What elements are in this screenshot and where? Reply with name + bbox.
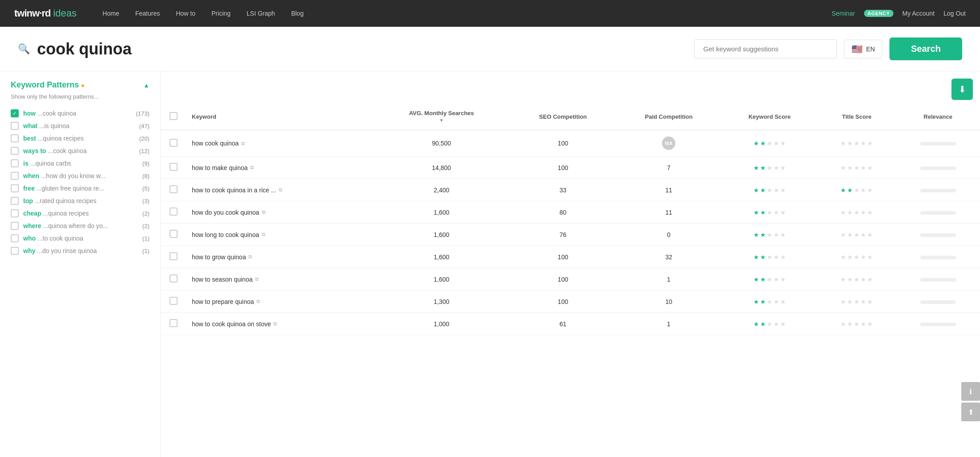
pattern-item[interactable]: free ...gluten free quinoa re...(5) [11,182,149,195]
row-checkbox[interactable] [170,319,178,327]
nav-logout[interactable]: Log Out [943,10,966,17]
star-empty: ★ [860,253,866,261]
relevance-cell [896,224,980,246]
pattern-checkbox[interactable] [11,172,19,180]
pattern-checkbox[interactable] [11,209,19,217]
external-link-icon: ⧉ [262,232,265,237]
star-filled: ★ [760,140,766,147]
select-all-checkbox[interactable] [170,112,178,120]
keyword-link[interactable]: how to cook quinoa in a rice ... ⧉ [192,187,368,194]
pattern-checkbox[interactable] [11,122,19,130]
pattern-checkbox[interactable] [11,147,19,155]
pattern-item[interactable]: ✓how ...cook quinoa(173) [11,107,149,120]
nav-home[interactable]: Home [95,0,127,27]
star-empty: ★ [854,209,860,216]
pattern-item[interactable]: why ...do you rinse quinoa(1) [11,245,149,257]
pattern-checkbox[interactable]: ✓ [11,109,19,117]
language-selector[interactable]: 🇺🇸 EN [844,40,882,58]
nav-seminar[interactable]: Seminar [832,10,855,17]
th-avg-monthly[interactable]: AVG. Monthly Searches ▼ [373,104,510,130]
pattern-checkbox[interactable] [11,247,19,255]
row-checkbox[interactable] [170,252,178,260]
keyword-stars: ★★★★★ [753,231,786,238]
title-score-cell: ★★★★★ [818,157,896,179]
pattern-end: ...do you rinse quinoa [35,247,97,254]
table-row: how do you cook quinoa ⧉1,6008011★★★★★★★… [161,201,980,224]
pattern-checkbox[interactable] [11,184,19,192]
pattern-item[interactable]: ways to ...cook quinoa(12) [11,145,149,157]
row-checkbox[interactable] [170,185,178,193]
title-stars: ★★★★★ [840,320,873,328]
row-checkbox[interactable] [170,230,178,238]
pattern-checkbox[interactable] [11,222,19,230]
avg-monthly-cell: 1,600 [373,246,510,268]
nav-blog[interactable]: Blog [283,0,312,27]
row-checkbox[interactable] [170,208,178,216]
keyword-link[interactable]: how long to cook quinoa ⧉ [192,231,368,238]
relevance-bar [920,278,956,282]
title-score-cell: ★★★★★ [818,291,896,313]
nav-howto[interactable]: How to [168,0,203,27]
keyword-link[interactable]: how to make quinoa ⧉ [192,164,368,171]
search-button[interactable]: Search [889,37,962,60]
nav-features[interactable]: Features [127,0,168,27]
up-button[interactable]: ⬆ [961,403,980,421]
star-filled: ★ [753,164,759,171]
sidebar-collapse-icon[interactable]: ▲ [143,82,149,89]
pattern-item[interactable]: where ...quinoa where do yo...(2) [11,220,149,232]
pattern-item[interactable]: who ...to cook quinoa(1) [11,232,149,245]
star-empty: ★ [860,209,866,216]
brand-logo[interactable]: twinw·rd ideas [14,8,77,19]
keyword-link[interactable]: how to season quinoa ⧉ [192,276,368,283]
keyword-input[interactable] [694,39,837,58]
th-title-score: Title Score [818,104,896,130]
row-checkbox[interactable] [170,139,178,147]
pattern-item[interactable]: what ...is quinoa(47) [11,120,149,132]
keyword-link[interactable]: how to grow quinoa ⧉ [192,253,368,261]
title-stars: ★★★★★ [840,253,873,261]
nav-my-account[interactable]: My Account [902,10,935,17]
row-checkbox[interactable] [170,163,178,171]
nav-pricing[interactable]: Pricing [203,0,239,27]
keyword-cell: how long to cook quinoa ⧉ [183,224,373,246]
pattern-item[interactable]: best ...quinoa recipes(20) [11,132,149,145]
sidebar-subtitle: Show only the following patterns... [11,93,149,100]
download-button[interactable]: ⬇ [951,79,973,100]
pattern-item[interactable]: top ...rated quinoa recipes(3) [11,195,149,207]
pattern-item[interactable]: is ...quinoa carbs(9) [11,157,149,170]
info-button[interactable]: ℹ [961,382,980,401]
external-link-icon: ⧉ [248,254,252,260]
keyword-link[interactable]: how to prepare quinoa ⧉ [192,298,368,305]
keyword-link[interactable]: how do you cook quinoa ⧉ [192,209,368,216]
star-empty: ★ [860,164,866,171]
keyword-link[interactable]: how to cook quinoa on stove ⧉ [192,320,368,328]
pattern-end: ...cook quinoa [46,147,87,154]
pattern-checkbox[interactable] [11,159,19,167]
row-checkbox[interactable] [170,274,178,283]
table-row: how to prepare quinoa ⧉1,30010010★★★★★★★… [161,291,980,313]
keyword-link[interactable]: how cook quinoa ⧉ [192,140,368,147]
pattern-checkbox[interactable] [11,134,19,142]
pattern-item[interactable]: cheap ...quinoa recipes(2) [11,207,149,220]
table-row: how to season quinoa ⧉1,6001001★★★★★★★★★… [161,268,980,291]
star-empty: ★ [767,231,773,238]
keyword-stars: ★★★★★ [753,164,786,171]
table-row: how to make quinoa ⧉14,8001007★★★★★★★★★★ [161,157,980,179]
nav-lsi-graph[interactable]: LSI Graph [239,0,283,27]
external-link-icon: ⧉ [273,321,277,327]
search-icon: 🔍 [18,43,30,55]
pattern-checkbox[interactable] [11,234,19,242]
row-checkbox[interactable] [170,297,178,305]
star-empty: ★ [780,298,786,305]
table-row: how to cook quinoa in a rice ... ⧉2,4003… [161,179,980,201]
star-empty: ★ [867,209,873,216]
pattern-end: ...to cook quinoa [36,235,83,242]
header-search: 🔍 cook quinoa 🇺🇸 EN Search [0,27,980,71]
pattern-count: (173) [136,110,149,117]
pattern-end: ...quinoa carbs [29,160,71,167]
star-empty: ★ [767,298,773,305]
pattern-checkbox[interactable] [11,197,19,205]
pattern-count: (3) [142,198,149,204]
pattern-item[interactable]: when ...how do you know w...(8) [11,170,149,182]
pattern-start: who [23,235,36,242]
